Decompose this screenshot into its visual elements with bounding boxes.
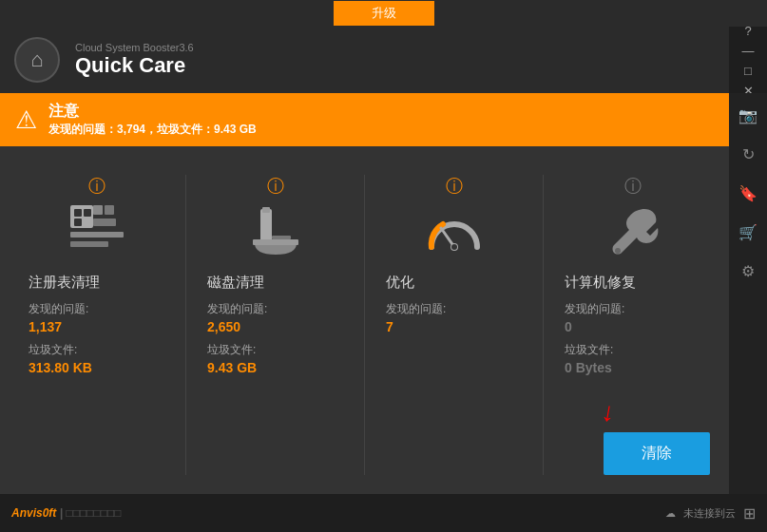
warning-dot-repair: ⓘ [624, 175, 642, 198]
warning-dot-optimize: ⓘ [446, 175, 463, 198]
cloud-icon: ☁ [665, 507, 676, 520]
maximize-icon[interactable]: □ [740, 62, 756, 80]
svg-rect-1 [74, 209, 82, 217]
main-content: ⓘ 注册表清理 发现的问题: 1,137 垃圾文件: 313.80 KB ⓘ [0, 146, 729, 494]
bookmark-icon[interactable]: 🔖 [735, 180, 761, 206]
notice-bar: ⚠ 注意 发现的问题：3,794，垃圾文件：9.43 GB [0, 93, 729, 146]
registry-junk-label: 垃圾文件: [29, 342, 77, 358]
registry-issues-label: 发现的问题: [29, 301, 88, 317]
svg-rect-7 [70, 232, 124, 238]
settings-icon[interactable]: ⚙ [738, 258, 758, 284]
optimize-issues-value: 7 [386, 319, 393, 334]
clean-button[interactable]: 清除 [604, 432, 710, 475]
repair-issues-value: 0 [565, 319, 572, 334]
help-icon[interactable]: ? [740, 22, 755, 40]
panel-optimize: ⓘ 优化 发现的问题: 7 [376, 175, 531, 475]
panel-registry-title: 注册表清理 [29, 274, 100, 292]
svg-rect-9 [260, 209, 272, 243]
bottom-bar: Anvis0ft | □□□□□□□□ ☁ 未连接到云 ⊞ [0, 494, 767, 532]
grid-icon[interactable]: ⊞ [743, 504, 756, 522]
repair-junk-label: 垃圾文件: [565, 342, 613, 358]
panel-repair-title: 计算机修复 [565, 274, 636, 292]
brand-boxes: □□□□□□□□ [66, 506, 121, 520]
registry-icon [67, 201, 127, 262]
svg-rect-6 [93, 218, 116, 226]
home-icon: ⌂ [30, 48, 43, 72]
right-sidebar: 📷 ↻ 🔖 🛒 ⚙ [729, 93, 767, 494]
svg-rect-5 [105, 205, 114, 215]
registry-junk-value: 313.80 KB [29, 360, 92, 375]
home-button[interactable]: ⌂ [14, 37, 60, 83]
svg-rect-11 [272, 236, 291, 239]
panel-optimize-title: 优化 [386, 274, 414, 292]
repair-junk-value: 0 Bytes [565, 360, 612, 375]
svg-rect-12 [253, 239, 298, 245]
warning-dot-disk: ⓘ [267, 175, 284, 198]
svg-rect-3 [74, 218, 82, 226]
camera-icon[interactable]: 📷 [735, 103, 761, 128]
panel-disk: ⓘ 磁盘清理 发现的问题: 2,650 垃圾文件: 9.43 GB [198, 175, 353, 475]
panel-registry: ⓘ 注册表清理 发现的问题: 1,137 垃圾文件: 313.80 KB [19, 175, 174, 475]
cart-icon[interactable]: 🛒 [735, 219, 761, 245]
app-title: Quick Care [75, 53, 194, 78]
svg-rect-2 [84, 209, 91, 217]
svg-line-14 [441, 228, 454, 247]
registry-issues-value: 1,137 [29, 319, 62, 334]
disk-issues-label: 发现的问题: [207, 301, 267, 317]
disk-issues-value: 2,650 [207, 319, 240, 334]
optimize-icon [424, 201, 485, 262]
brand-name: Anvis0ft [11, 506, 56, 520]
warning-icon: ⚠ [15, 105, 37, 135]
disk-icon [245, 201, 306, 262]
repair-issues-label: 发现的问题: [565, 301, 624, 317]
svg-rect-10 [262, 207, 270, 213]
svg-rect-8 [70, 241, 108, 247]
notice-title: 注意 [48, 102, 257, 122]
notice-description: 发现的问题：3,794，垃圾文件：9.43 GB [48, 122, 257, 138]
bottom-status: ☁ 未连接到云 ⊞ [665, 504, 756, 522]
warning-dot-registry: ⓘ [88, 175, 105, 198]
app-subtitle: Cloud System Booster3.6 [75, 42, 194, 53]
repair-icon [603, 201, 663, 262]
svg-point-15 [451, 244, 457, 250]
svg-point-16 [615, 248, 621, 254]
panel-disk-title: 磁盘清理 [207, 274, 264, 292]
optimize-issues-label: 发现的问题: [386, 301, 446, 317]
disk-junk-label: 垃圾文件: [207, 342, 256, 358]
status-text: 未连接到云 [683, 506, 736, 521]
refresh-icon[interactable]: ↻ [738, 142, 758, 167]
disk-junk-value: 9.43 GB [207, 360, 257, 375]
panel-repair: ⓘ 计算机修复 发现的问题: 0 垃圾文件: 0 Bytes [555, 175, 710, 475]
svg-rect-4 [93, 205, 103, 215]
upgrade-button[interactable]: 升级 [334, 1, 434, 26]
brand-text: Anvis0ft | □□□□□□□□ [11, 506, 121, 520]
minimize-icon[interactable]: — [738, 42, 758, 60]
